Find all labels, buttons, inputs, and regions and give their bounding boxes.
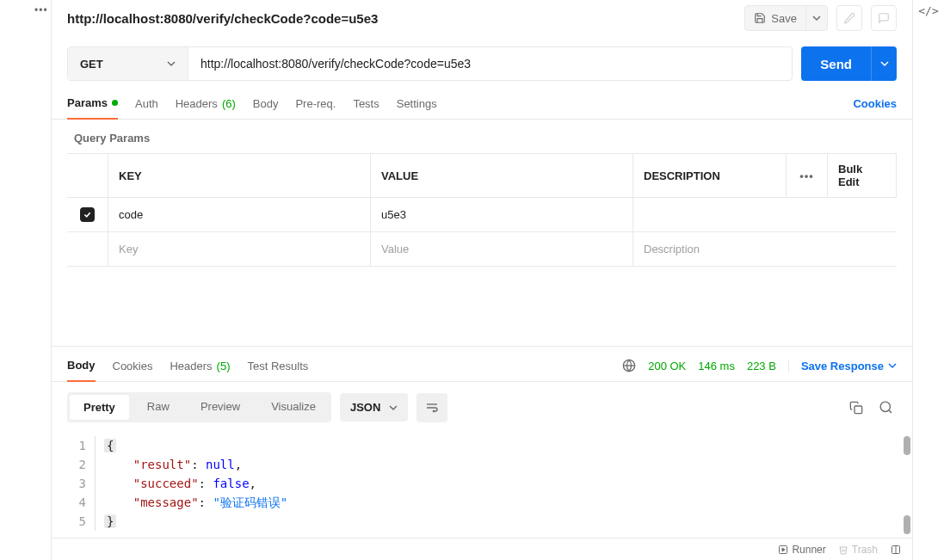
response-meta: 200 OK 146 ms 223 B Save Response — [622, 347, 897, 381]
save-dropdown[interactable] — [806, 6, 827, 30]
play-icon — [778, 545, 788, 555]
response-body-code[interactable]: 12345 { "result": null, "succeed": false… — [52, 433, 912, 538]
params-table: KEY VALUE DESCRIPTION ••• Bulk Edit code… — [67, 153, 897, 267]
checkbox-checked-icon — [80, 207, 95, 222]
tab-settings[interactable]: Settings — [397, 97, 437, 119]
tab-body[interactable]: Body — [253, 97, 279, 119]
code-content[interactable]: { "result": null, "succeed": false, "mes… — [95, 436, 897, 531]
left-sidebar: ••• — [0, 0, 52, 560]
method-label: GET — [80, 58, 103, 71]
scrollbar-thumb[interactable] — [904, 436, 910, 455]
params-header-options[interactable]: ••• — [787, 154, 828, 197]
resp-tab-tests[interactable]: Test Results — [248, 348, 309, 381]
collection-more-icon[interactable]: ••• — [34, 4, 48, 16]
copy-button[interactable] — [846, 401, 867, 415]
tab-prereq[interactable]: Pre-req. — [295, 97, 336, 119]
tab-auth[interactable]: Auth — [135, 97, 158, 119]
trash-button[interactable]: Trash — [838, 544, 878, 556]
bulk-edit-button[interactable]: Bulk Edit — [828, 154, 897, 197]
resp-tab-headers[interactable]: Headers (5) — [170, 348, 230, 381]
params-header-value: VALUE — [371, 154, 633, 197]
cookies-link[interactable]: Cookies — [853, 97, 897, 119]
param-row-checkbox[interactable] — [67, 198, 108, 231]
save-icon — [754, 12, 766, 24]
params-header-desc: DESCRIPTION — [633, 154, 787, 197]
params-header-check — [67, 154, 108, 197]
table-row: code u5e3 — [67, 198, 897, 232]
network-icon[interactable] — [622, 359, 636, 372]
view-pretty[interactable]: Pretty — [69, 394, 130, 421]
method-select[interactable]: GET — [68, 47, 188, 80]
param-key-placeholder[interactable]: Key — [108, 232, 371, 266]
svg-point-4 — [880, 402, 890, 411]
query-params-label: Query Params — [52, 120, 912, 153]
request-title: http://localhost:8080/verify/checkCode?c… — [67, 11, 736, 26]
send-button-group: Send — [801, 46, 897, 81]
request-tabs: Params Auth Headers (6) Body Pre-req. Te… — [52, 81, 912, 120]
response-view-row: Pretty Raw Preview Visualize JSON — [52, 382, 912, 433]
chevron-down-icon — [880, 59, 889, 68]
view-raw[interactable]: Raw — [132, 392, 185, 422]
svg-marker-7 — [782, 548, 785, 551]
param-desc-input[interactable] — [633, 198, 897, 231]
resp-tab-cookies[interactable]: Cookies — [113, 348, 153, 381]
svg-rect-3 — [855, 406, 862, 414]
param-new-checkbox[interactable] — [67, 232, 108, 266]
wrap-lines-button[interactable] — [416, 393, 447, 422]
resp-tab-body[interactable]: Body — [67, 347, 96, 382]
runner-button[interactable]: Runner — [778, 544, 825, 556]
params-header-row: KEY VALUE DESCRIPTION ••• Bulk Edit — [67, 154, 897, 198]
param-desc-placeholder[interactable]: Description — [633, 232, 897, 266]
title-row: http://localhost:8080/verify/checkCode?c… — [52, 0, 912, 43]
tab-params[interactable]: Params — [67, 96, 118, 120]
param-value-placeholder[interactable]: Value — [371, 232, 633, 266]
svg-line-5 — [889, 410, 892, 413]
response-size: 223 B — [747, 360, 776, 372]
line-gutter: 12345 — [67, 436, 95, 531]
status-bar: Runner Trash — [52, 538, 912, 560]
response-tabs: Body Cookies Headers (5) Test Results 20… — [52, 346, 912, 382]
trash-icon — [838, 545, 848, 555]
scrollbar-thumb[interactable] — [904, 515, 910, 534]
main-area: http://localhost:8080/verify/checkCode?c… — [52, 0, 912, 560]
save-button-group: Save — [744, 5, 828, 31]
response-status: 200 OK — [648, 360, 686, 372]
save-button[interactable]: Save — [745, 6, 806, 30]
view-visualize[interactable]: Visualize — [256, 392, 331, 422]
wrap-icon — [425, 401, 439, 415]
comment-button[interactable] — [871, 5, 897, 31]
chevron-down-icon — [389, 403, 398, 412]
send-button[interactable]: Send — [801, 46, 871, 81]
pencil-icon — [843, 12, 855, 24]
params-indicator-icon — [112, 100, 118, 106]
chevron-down-icon — [167, 59, 176, 68]
param-value-input[interactable]: u5e3 — [371, 198, 633, 231]
search-icon — [879, 400, 893, 415]
comment-icon — [878, 12, 890, 24]
view-mode-segment: Pretty Raw Preview Visualize — [67, 392, 331, 422]
edit-button[interactable] — [836, 5, 862, 31]
copy-icon — [849, 401, 863, 415]
url-input[interactable]: http://localhost:8080/verify/checkCode?c… — [188, 47, 792, 80]
panes-icon — [890, 545, 902, 555]
tab-headers[interactable]: Headers (6) — [176, 97, 236, 119]
save-button-label: Save — [771, 12, 797, 25]
send-dropdown[interactable] — [871, 46, 897, 81]
chevron-down-icon — [888, 361, 897, 370]
request-row: GET http://localhost:8080/verify/checkCo… — [67, 46, 897, 81]
format-select[interactable]: JSON — [340, 393, 408, 422]
right-sidebar: </> — [912, 0, 944, 560]
params-header-key: KEY — [108, 154, 371, 197]
code-icon[interactable]: </> — [918, 4, 938, 17]
view-preview[interactable]: Preview — [185, 392, 256, 422]
search-button[interactable] — [875, 400, 897, 415]
panes-button[interactable] — [890, 545, 902, 555]
table-row-new: Key Value Description — [67, 232, 897, 267]
response-time: 146 ms — [698, 360, 735, 372]
param-key-input[interactable]: code — [108, 198, 371, 231]
chevron-down-icon — [812, 14, 821, 22]
save-response-button[interactable]: Save Response — [788, 360, 897, 372]
method-url-group: GET http://localhost:8080/verify/checkCo… — [67, 46, 793, 81]
tab-tests[interactable]: Tests — [353, 97, 379, 119]
